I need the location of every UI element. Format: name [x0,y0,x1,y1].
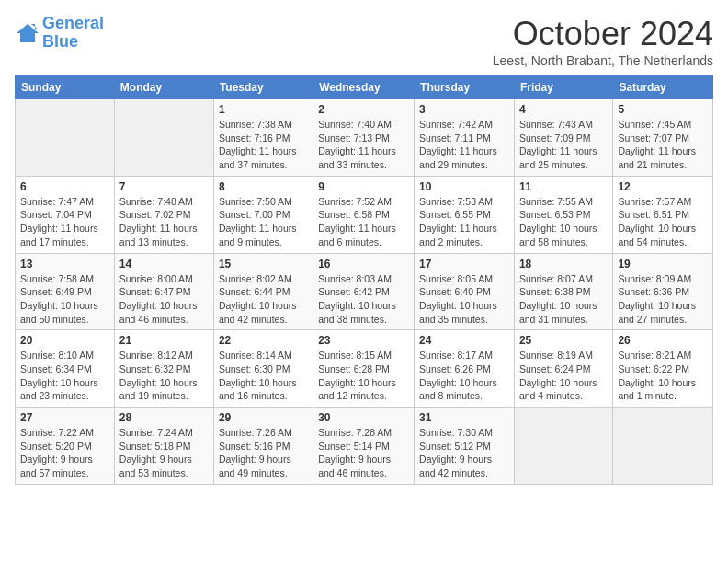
day-info: Sunrise: 8:05 AMSunset: 6:40 PMDaylight:… [419,272,509,327]
calendar-cell [613,408,713,485]
day-info: Sunrise: 8:12 AMSunset: 6:32 PMDaylight:… [119,349,209,403]
day-info: Sunrise: 8:14 AMSunset: 6:30 PMDaylight:… [219,349,308,403]
calendar-row-2: 6Sunrise: 7:47 AMSunset: 7:04 PMDaylight… [16,176,713,253]
calendar-cell: 4Sunrise: 7:43 AMSunset: 7:09 PMDaylight… [514,99,612,177]
logo-icon [15,20,40,46]
day-number: 24 [419,334,509,347]
calendar-header: Sunday Monday Tuesday Wednesday Thursday… [16,76,713,99]
logo-subtext: Blue [42,33,104,52]
day-number: 9 [318,180,409,193]
calendar-table: Sunday Monday Tuesday Wednesday Thursday… [15,75,713,485]
day-info: Sunrise: 7:57 AMSunset: 6:51 PMDaylight:… [618,195,708,249]
day-number: 27 [20,411,109,424]
day-info: Sunrise: 7:42 AMSunset: 7:11 PMDaylight:… [419,118,509,172]
day-info: Sunrise: 7:30 AMSunset: 5:12 PMDaylight:… [419,426,509,480]
calendar-row-4: 20Sunrise: 8:10 AMSunset: 6:34 PMDayligh… [16,330,713,408]
day-number: 6 [20,180,109,193]
day-number: 19 [618,258,708,270]
day-info: Sunrise: 7:38 AMSunset: 7:16 PMDaylight:… [219,118,308,172]
day-number: 30 [318,411,409,424]
day-number: 23 [318,334,409,347]
calendar-cell: 14Sunrise: 8:00 AMSunset: 6:47 PMDayligh… [114,253,213,330]
calendar-cell: 6Sunrise: 7:47 AMSunset: 7:04 PMDaylight… [16,176,115,253]
col-wednesday: Wednesday [313,76,415,99]
day-number: 29 [219,411,308,424]
calendar-cell: 22Sunrise: 8:14 AMSunset: 6:30 PMDayligh… [213,330,313,408]
day-info: Sunrise: 7:28 AMSunset: 5:14 PMDaylight:… [318,426,409,480]
calendar-cell: 25Sunrise: 8:19 AMSunset: 6:24 PMDayligh… [514,330,612,408]
day-number: 3 [419,103,509,116]
calendar-cell: 10Sunrise: 7:53 AMSunset: 6:55 PMDayligh… [415,176,515,253]
calendar-cell: 16Sunrise: 8:03 AMSunset: 6:42 PMDayligh… [313,253,415,330]
day-number: 26 [618,334,708,347]
calendar-cell [514,408,612,485]
day-info: Sunrise: 8:02 AMSunset: 6:44 PMDaylight:… [219,272,308,327]
day-number: 10 [419,180,509,193]
day-number: 4 [519,103,608,116]
day-info: Sunrise: 7:26 AMSunset: 5:16 PMDaylight:… [219,426,308,480]
day-info: Sunrise: 7:55 AMSunset: 6:53 PMDaylight:… [519,195,608,249]
col-thursday: Thursday [415,76,515,99]
day-info: Sunrise: 7:52 AMSunset: 6:58 PMDaylight:… [318,195,409,249]
calendar-cell: 1Sunrise: 7:38 AMSunset: 7:16 PMDaylight… [213,99,313,177]
calendar-cell: 29Sunrise: 7:26 AMSunset: 5:16 PMDayligh… [213,408,313,485]
header-row: Sunday Monday Tuesday Wednesday Thursday… [16,76,713,99]
calendar-cell: 11Sunrise: 7:55 AMSunset: 6:53 PMDayligh… [514,176,612,253]
calendar-cell: 13Sunrise: 7:58 AMSunset: 6:49 PMDayligh… [16,253,115,330]
calendar-cell: 23Sunrise: 8:15 AMSunset: 6:28 PMDayligh… [313,330,415,408]
calendar-cell [16,99,115,177]
day-number: 17 [419,258,509,270]
day-info: Sunrise: 8:07 AMSunset: 6:38 PMDaylight:… [519,272,608,327]
day-number: 18 [519,258,608,270]
day-info: Sunrise: 8:00 AMSunset: 6:47 PMDaylight:… [119,272,209,327]
calendar-cell: 15Sunrise: 8:02 AMSunset: 6:44 PMDayligh… [213,253,313,330]
day-info: Sunrise: 7:22 AMSunset: 5:20 PMDaylight:… [20,426,109,480]
calendar-cell: 3Sunrise: 7:42 AMSunset: 7:11 PMDaylight… [415,99,515,177]
calendar-cell: 8Sunrise: 7:50 AMSunset: 7:00 PMDaylight… [213,176,313,253]
title-block: October 2024 Leest, North Brabant, The N… [493,15,713,68]
calendar-cell: 9Sunrise: 7:52 AMSunset: 6:58 PMDaylight… [313,176,415,253]
day-number: 25 [519,334,608,347]
day-info: Sunrise: 7:24 AMSunset: 5:18 PMDaylight:… [119,426,209,480]
day-info: Sunrise: 8:17 AMSunset: 6:26 PMDaylight:… [419,349,509,403]
day-info: Sunrise: 8:10 AMSunset: 6:34 PMDaylight:… [20,349,109,403]
day-number: 28 [119,411,209,424]
day-number: 5 [618,103,708,116]
calendar-cell: 27Sunrise: 7:22 AMSunset: 5:20 PMDayligh… [16,408,115,485]
calendar-cell [114,99,213,177]
day-info: Sunrise: 7:58 AMSunset: 6:49 PMDaylight:… [20,272,109,327]
day-info: Sunrise: 7:53 AMSunset: 6:55 PMDaylight:… [419,195,509,249]
day-info: Sunrise: 8:09 AMSunset: 6:36 PMDaylight:… [618,272,708,327]
day-number: 14 [119,258,209,270]
calendar-cell: 18Sunrise: 8:07 AMSunset: 6:38 PMDayligh… [514,253,612,330]
day-info: Sunrise: 8:19 AMSunset: 6:24 PMDaylight:… [519,349,608,403]
logo: General Blue [15,15,104,52]
calendar-cell: 20Sunrise: 8:10 AMSunset: 6:34 PMDayligh… [16,330,115,408]
day-info: Sunrise: 8:15 AMSunset: 6:28 PMDaylight:… [318,349,409,403]
calendar-cell: 31Sunrise: 7:30 AMSunset: 5:12 PMDayligh… [415,408,515,485]
col-friday: Friday [514,76,612,99]
location: Leest, North Brabant, The Netherlands [493,53,713,68]
day-number: 2 [318,103,409,116]
calendar-cell: 19Sunrise: 8:09 AMSunset: 6:36 PMDayligh… [613,253,713,330]
logo-text: General [42,15,104,33]
day-info: Sunrise: 7:43 AMSunset: 7:09 PMDaylight:… [519,118,608,172]
day-number: 31 [419,411,509,424]
day-number: 20 [20,334,109,347]
day-info: Sunrise: 7:50 AMSunset: 7:00 PMDaylight:… [219,195,308,249]
col-monday: Monday [114,76,213,99]
day-number: 12 [618,180,708,193]
calendar-cell: 5Sunrise: 7:45 AMSunset: 7:07 PMDaylight… [613,99,713,177]
calendar-cell: 12Sunrise: 7:57 AMSunset: 6:51 PMDayligh… [613,176,713,253]
day-info: Sunrise: 8:21 AMSunset: 6:22 PMDaylight:… [618,349,708,403]
calendar-cell: 7Sunrise: 7:48 AMSunset: 7:02 PMDaylight… [114,176,213,253]
calendar-cell: 28Sunrise: 7:24 AMSunset: 5:18 PMDayligh… [114,408,213,485]
day-number: 1 [219,103,308,116]
col-saturday: Saturday [613,76,713,99]
day-info: Sunrise: 8:03 AMSunset: 6:42 PMDaylight:… [318,272,409,327]
day-number: 11 [519,180,608,193]
day-number: 7 [119,180,209,193]
col-tuesday: Tuesday [213,76,313,99]
col-sunday: Sunday [16,76,115,99]
day-number: 13 [20,258,109,270]
